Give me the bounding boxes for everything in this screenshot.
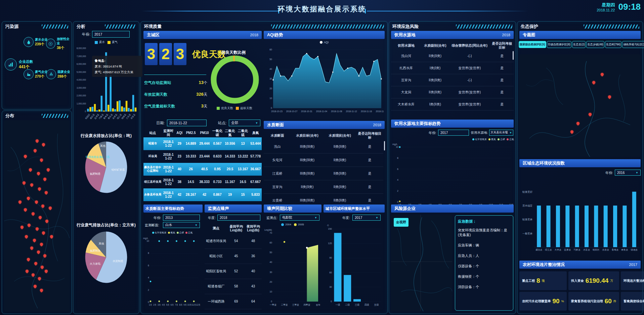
station-select[interactable]: 全部▼ [229,120,260,126]
section-title: AQI趋势 [267,32,283,38]
table-row[interactable]: 彝良县行政中心监测站2018-11-22402640.50.9520.513.1… [143,163,262,176]
legend-label: 总磷 [179,231,184,234]
full-view-button[interactable]: 全视野 [394,218,409,227]
table-row[interactable]: 绥江县环保局2018-11-223814.538.3330.73311.1671… [143,176,262,188]
svg-text:60: 60 [269,241,272,244]
good-days-donut-chart [210,54,260,106]
point-select[interactable]: 电影院▼ [280,215,319,221]
svg-text:镇雄县: 镇雄县 [631,249,638,251]
svg-text:11月: 11月 [192,304,196,306]
table-header-row: 饮用水源地水质级别(去年)综合营养状态(同比去年)是否达到考核目标 [391,41,514,50]
table-row[interactable]: 永善县环保局2018-11-224228.167420.86719155.833 [143,188,262,201]
svg-text:一般变差: 一般变差 [522,232,533,235]
aqi-trend-chart: 01020304050602018-10-232018-10-272018-10… [264,45,384,120]
date-filter-label: 日期: [156,121,165,126]
section-filter-label: 监测断面: [145,223,159,228]
svg-text:昭阳区: 昭阳区 [593,249,600,251]
info-lines: 突发环境应急预案是否编制：是(无备案)应急车辆：辆应急人员：人仪器设备：个救援物… [458,228,510,289]
date-input[interactable]: 2018-11-22 [167,120,207,126]
table-row[interactable]: 环保局2018-11-222310.33323.4440.63314.33313… [143,150,262,163]
year-select[interactable]: 2017▼ [352,215,381,221]
year-input[interactable]: 2013 [163,215,200,221]
header-tick-right [365,9,366,13]
info-line: 应急车辆：辆 [458,243,510,248]
section-year: 2017 [629,263,637,267]
svg-text:4月: 4月 [162,304,165,306]
section-title: 风险源企业 [394,206,416,212]
svg-text:0: 0 [271,300,272,303]
section-year: 2018 [250,33,258,37]
year-input[interactable]: 2017 [438,130,469,136]
stat-value: 38个 [57,46,72,50]
svg-text:基本稳定: 基本稳定 [522,204,532,207]
svg-text:个: 个 [327,224,329,227]
tab-national-reserve[interactable]: 国家级自然保护区(5) [519,41,546,48]
section-select[interactable]: 白水▼ [163,222,200,228]
risk-enterprise-header: 风险源企业 [391,205,514,213]
legend-label: 废水 [99,40,105,44]
water-drop-icon [24,37,34,47]
svg-text:三季度: 三季度 [292,304,299,306]
risk-enterprise-map[interactable]: 全视野 [391,215,452,311]
info-line: 突发环境应急预案是否编制：是(无备案) [458,228,510,237]
stat-gas-enterprises: 废气企业 270个 [24,69,48,79]
pie-wastewater-chart[interactable]: 铅锌矿采选氮肥制造常用有色金属矿采选其他 [75,139,137,197]
svg-text:三级: 三级 [355,304,359,306]
year-select[interactable]: 2016▼ [615,170,641,176]
tab-green-school[interactable]: 绿色学校与社区(31) [622,41,644,48]
distribution-map[interactable] [4,120,70,312]
svg-text:8: 8 [397,157,398,159]
svg-text:2月: 2月 [153,304,157,306]
tab-eco-village[interactable]: 生态村(796) [605,41,622,48]
total-label: 企业总数 [19,59,33,64]
rural-stat-cards: 重点工程8项 投入资金6190.44万 环境连片整治村庄8个 农村污水处理覆盖率… [519,271,641,311]
stat-exceed-days: 空气质量超标天数 3天 [144,103,207,109]
year-input[interactable]: 2018 [217,215,260,221]
city-section-header: 主城区 2018 [143,31,262,39]
year-select-value: 2016 [617,171,625,175]
aqi-section-header: AQI趋势 [264,31,385,39]
svg-text:2: 2 [397,190,398,192]
tab-eco-county[interactable]: 生态县(2) [572,41,586,48]
scrollbar[interactable] [513,51,514,60]
station-select-value: 全部 [231,121,238,125]
svg-text:一季度: 一季度 [270,304,277,306]
stat-value: 288个 [57,74,70,79]
svg-text:150: 150 [328,228,332,230]
noise-compare-header: 噪声同期比较 [264,205,321,213]
indicator-legend: 化学需氧量 氨氮 总磷 总氮 [439,138,514,141]
svg-text:6,000,000: 6,000,000 [77,63,86,65]
hatch-decoration-icon [42,25,68,29]
svg-text:50: 50 [269,251,272,254]
scrollbar[interactable] [384,141,385,150]
chevron-down-icon: ▼ [254,122,258,125]
table-row: 洗白河II类(II类)-(-)是 [391,50,514,62]
point-filter-label: 监测点: [266,216,277,220]
table-row[interactable]: 昭通市2018-11-222914.88929.4440.56710.55613… [143,137,262,150]
svg-text:轻微变好: 轻微变好 [522,190,533,193]
year-input[interactable]: 2017 [92,31,130,38]
tab-eco-town[interactable]: 生态乡镇(49) [586,41,604,48]
noise-compare-chart: Leq(db)010203040506070一季度二季度三季度四季度全年 [264,228,321,311]
legend-dot-2005 [294,223,297,226]
legend-swatch-exceed [236,107,239,110]
legend-label: 总氮 [188,231,193,234]
year-select-value: 2017 [355,216,362,220]
chevron-down-icon: ▼ [313,216,317,219]
legend-swatch-good [217,107,220,110]
svg-text:2018-11-08: 2018-11-08 [331,110,342,113]
svg-text:1,000,000: 1,000,000 [77,102,86,105]
source-select[interactable]: 大关县出水堰▼ [489,130,513,136]
svg-text:2018-10-23: 2018-10-23 [271,110,283,113]
year-filter-label: 年度: [342,216,350,220]
thematic-map[interactable] [519,54,641,157]
pie-wastewater-title: 行业废水排放占比(单位：吨) [73,133,139,139]
pie-gas-chart[interactable]: 水泥制造火力发电氮肥制造其他 [75,229,137,287]
svg-text:4: 4 [148,276,149,279]
chevron-down-icon: ▼ [508,131,512,134]
svg-text:永善县: 永善县 [602,249,609,251]
legend-swatch-gas [108,41,111,44]
tab-city-reserve[interactable]: 市级自然保护区(8) [547,41,571,48]
table-row: 昭苑小区4536 [205,249,262,264]
source-filter-label: 饮用水源地: [471,131,488,135]
